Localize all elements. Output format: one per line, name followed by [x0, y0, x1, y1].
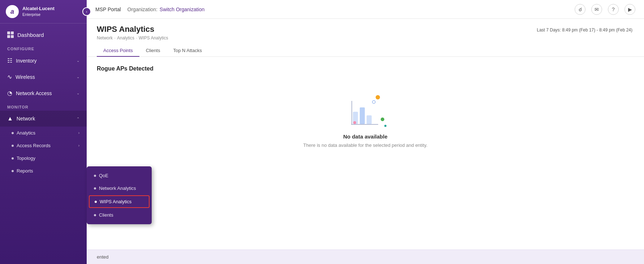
- main-content: MSP Portal Organization: Switch Organiza…: [87, 0, 644, 264]
- chevron-right-icon: ›: [78, 131, 79, 135]
- section-title: Rogue APs Detected: [97, 65, 634, 72]
- content-area: Rogue APs Detected: [87, 57, 644, 250]
- topbar-portal: MSP Portal: [95, 7, 121, 12]
- no-data-desc: There is no data available for the selec…: [303, 142, 428, 148]
- page-header: WIPS Analytics Network - Analytics - WIP…: [87, 19, 644, 41]
- help-button[interactable]: ?: [608, 4, 619, 15]
- network-icon: ▲: [7, 115, 13, 122]
- logo-text: Alcatel·Lucent Enterprise: [22, 6, 55, 17]
- submenu-item-clients[interactable]: Clients: [87, 209, 152, 221]
- sidebar-nav: Dashboard CONFIGURE ☷ Inventory ⌄ ∿ Wire…: [0, 24, 87, 264]
- network-access-icon: ◔: [7, 90, 12, 97]
- dot-pink: [353, 121, 356, 124]
- sidebar-item-inventory[interactable]: ☷ Inventory ⌄: [0, 52, 87, 69]
- date-range: Last 7 Days: 8:49 pm (Feb 17) - 8:49 pm …: [537, 27, 634, 33]
- bullet-icon: [95, 201, 97, 203]
- sidebar-sub-item-reports[interactable]: Reports: [0, 165, 87, 177]
- bullet-icon: [94, 175, 96, 177]
- topbar-icons: ☌ ✉ ? ▶: [575, 4, 635, 15]
- sidebar-item-wireless[interactable]: ∿ Wireless ⌄: [0, 69, 87, 85]
- logo-icon: a: [6, 5, 19, 18]
- topbar-org-label: Organization:: [127, 7, 157, 12]
- chevron-up-icon: ⌃: [77, 117, 79, 121]
- wireless-icon: ∿: [7, 73, 12, 80]
- svg-rect-2: [367, 115, 372, 124]
- submenu-item-network-analytics[interactable]: Network Analytics: [87, 182, 152, 195]
- chevron-down-icon: ⌄: [77, 59, 79, 63]
- chevron-down-icon: ⌄: [77, 75, 79, 79]
- sidebar-item-network[interactable]: ▲ Network ⌃: [0, 111, 87, 127]
- topbar-left: MSP Portal Organization: Switch Organiza…: [95, 7, 204, 12]
- search-button[interactable]: ☌: [575, 4, 585, 15]
- switch-organization-link[interactable]: Switch Organization: [160, 7, 205, 12]
- notification-button[interactable]: ✉: [591, 4, 602, 15]
- bullet-icon: [12, 157, 14, 159]
- no-data-title: No data available: [343, 133, 388, 140]
- tab-clients[interactable]: Clients: [139, 45, 167, 57]
- bullet-icon: [12, 145, 14, 147]
- breadcrumb: Network - Analytics - WIPS Analytics: [97, 35, 168, 41]
- tab-top-n-attacks[interactable]: Top N Attacks: [167, 45, 208, 57]
- sidebar-collapse-button[interactable]: ‹: [82, 7, 91, 16]
- bullet-icon: [94, 214, 96, 216]
- user-button[interactable]: ▶: [624, 4, 635, 15]
- tabs: Access Points Clients Top N Attacks: [87, 41, 644, 57]
- dot-green: [381, 118, 384, 121]
- topbar: MSP Portal Organization: Switch Organiza…: [87, 0, 644, 19]
- submenu-item-wips-analytics[interactable]: WIPS Analytics: [89, 195, 150, 208]
- sidebar-sub-item-topology[interactable]: Topology: [0, 152, 87, 165]
- chevron-down-icon: ⌄: [77, 91, 79, 95]
- sidebar-item-dashboard[interactable]: Dashboard: [0, 26, 87, 43]
- network-sub-menu: Analytics › Access Records › Topology Re…: [0, 127, 87, 177]
- sidebar: a Alcatel·Lucent Enterprise ‹ Dashboard …: [0, 0, 87, 264]
- chevron-right-icon: ›: [78, 144, 79, 148]
- dashboard-icon: [7, 31, 14, 38]
- tab-access-points[interactable]: Access Points: [97, 45, 139, 57]
- submenu-item-qoe[interactable]: QoE: [87, 169, 152, 182]
- sidebar-item-network-access[interactable]: ◔ Network Access ⌄: [0, 85, 87, 101]
- bullet-icon: [12, 170, 14, 172]
- analytics-submenu-popup: QoE Network Analytics WIPS Analytics Cli…: [87, 166, 152, 224]
- sidebar-sub-item-analytics[interactable]: Analytics ›: [0, 127, 87, 139]
- dot-orange: [376, 95, 380, 99]
- svg-rect-1: [360, 107, 365, 124]
- bullet-icon: [94, 187, 96, 190]
- empty-chart-icon: [347, 95, 384, 128]
- sidebar-logo: a Alcatel·Lucent Enterprise: [0, 0, 87, 24]
- sidebar-section-configure: CONFIGURE: [0, 43, 87, 52]
- inventory-icon: ☷: [7, 57, 12, 64]
- empty-state: No data available There is no data avail…: [97, 81, 634, 155]
- bottom-bar: ented: [87, 250, 644, 264]
- bullet-icon: [12, 132, 14, 134]
- page-title: WIPS Analytics: [97, 25, 168, 34]
- sidebar-sub-item-access-records[interactable]: Access Records ›: [0, 139, 87, 152]
- dot-teal: [384, 125, 386, 127]
- sidebar-section-monitor: MONITOR: [0, 101, 87, 111]
